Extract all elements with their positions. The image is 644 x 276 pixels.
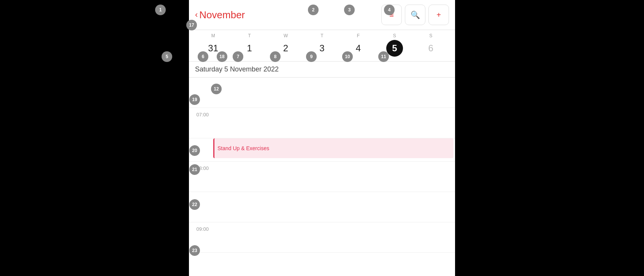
day-friday[interactable]: F 4 bbox=[340, 33, 376, 57]
list-view-button[interactable]: ≡ bbox=[381, 5, 402, 25]
event-title: Stand Up & Exercises bbox=[217, 145, 269, 151]
time-content-9 bbox=[212, 222, 455, 252]
time-content-pre7 bbox=[212, 78, 455, 108]
timeline[interactable]: 07:00 Stand Up & Exercises 08:00 09:00 bbox=[189, 78, 455, 276]
time-row-9b bbox=[189, 253, 455, 276]
time-content-7 bbox=[212, 108, 455, 138]
day-num-1: 1 bbox=[241, 40, 258, 57]
plus-icon: + bbox=[436, 11, 441, 19]
time-label-event bbox=[189, 138, 212, 161]
selected-date-bar: Saturday 5 November 2022 bbox=[189, 62, 455, 78]
calendar-app: ‹ November ≡ 🔍 + M 31 T 1 W 2 bbox=[189, 0, 455, 276]
event-standup[interactable]: Stand Up & Exercises bbox=[213, 138, 454, 158]
day-name-mon: M bbox=[211, 33, 215, 38]
week-strip: M 31 T 1 W 2 T 3 F 4 S 5 S 6 bbox=[189, 30, 455, 62]
time-label-8b bbox=[189, 192, 212, 222]
day-num-3: 3 bbox=[314, 40, 330, 57]
day-tuesday[interactable]: T 1 bbox=[231, 33, 267, 57]
day-name-sun: S bbox=[429, 33, 432, 38]
time-row-8b bbox=[189, 192, 455, 222]
day-monday[interactable]: M 31 bbox=[195, 33, 231, 57]
time-content-8b bbox=[212, 192, 455, 222]
day-name-thu: T bbox=[320, 33, 323, 38]
day-name-wed: W bbox=[284, 33, 288, 38]
day-name-fri: F bbox=[357, 33, 360, 38]
month-title: November bbox=[199, 9, 245, 21]
selected-date-label: Saturday 5 November 2022 bbox=[195, 65, 279, 73]
back-button[interactable]: ‹ bbox=[195, 10, 198, 20]
day-num-31: 31 bbox=[205, 40, 222, 57]
day-sunday[interactable]: S 6 bbox=[413, 33, 449, 57]
time-label-9b bbox=[189, 253, 212, 276]
bubble-5: 5 bbox=[162, 51, 172, 62]
day-num-4: 4 bbox=[350, 40, 366, 57]
day-num-2: 2 bbox=[278, 40, 294, 57]
bubble-1: 1 bbox=[155, 5, 166, 15]
header-actions: ≡ 🔍 + bbox=[381, 5, 449, 25]
add-event-button[interactable]: + bbox=[428, 5, 449, 25]
time-label-8: 08:00 bbox=[189, 162, 212, 192]
calendar-header: ‹ November ≡ 🔍 + bbox=[189, 0, 455, 30]
header-left: ‹ November bbox=[195, 9, 381, 21]
time-label-9: 09:00 bbox=[189, 222, 212, 252]
day-num-6: 6 bbox=[422, 40, 439, 57]
time-row-7: 07:00 bbox=[189, 108, 455, 138]
time-content-9b bbox=[212, 253, 455, 276]
time-row-9: 09:00 bbox=[189, 222, 455, 253]
time-label-7: 07:00 bbox=[189, 108, 212, 138]
day-thursday[interactable]: T 3 bbox=[304, 33, 340, 57]
day-name-tue: T bbox=[248, 33, 251, 38]
time-content-event: Stand Up & Exercises bbox=[212, 138, 455, 161]
time-label-pre7 bbox=[189, 78, 212, 108]
search-icon: 🔍 bbox=[411, 10, 420, 19]
time-content-8 bbox=[212, 162, 455, 192]
day-num-5-today: 5 bbox=[386, 40, 403, 57]
search-button[interactable]: 🔍 bbox=[405, 5, 425, 25]
day-name-sat: S bbox=[393, 33, 396, 38]
time-row-8: 08:00 bbox=[189, 162, 455, 192]
time-row-event: Stand Up & Exercises bbox=[189, 138, 455, 162]
time-row-pre7 bbox=[189, 78, 455, 108]
list-icon: ≡ bbox=[389, 11, 394, 19]
day-wednesday[interactable]: W 2 bbox=[268, 33, 304, 57]
day-saturday[interactable]: S 5 bbox=[376, 33, 412, 57]
